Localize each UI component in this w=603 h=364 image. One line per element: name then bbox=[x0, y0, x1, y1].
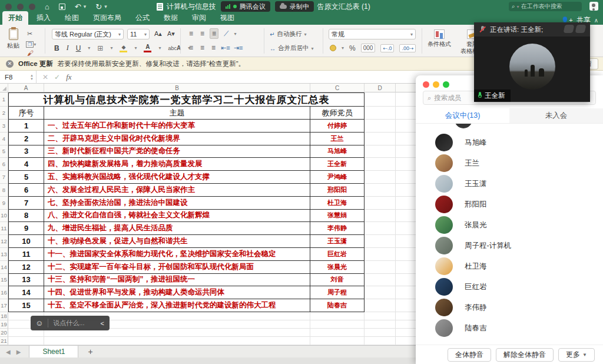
participant-row[interactable]: 巨红岩 bbox=[416, 276, 603, 297]
borders-button[interactable]: ⊞ bbox=[97, 44, 103, 52]
ribbon-tab-7[interactable]: 视图 bbox=[214, 11, 240, 25]
font-size-select[interactable]: 11▾ bbox=[127, 29, 150, 39]
close-panel-button[interactable] bbox=[423, 81, 429, 88]
table-row-topic[interactable]: 四、加快构建新发展格局，着力推动高质量发展 bbox=[44, 158, 310, 171]
close-window-button[interactable] bbox=[5, 4, 12, 10]
table-row-number[interactable]: 10 bbox=[8, 235, 44, 248]
panel-tab-0[interactable]: 会议中(13) bbox=[416, 108, 509, 123]
minimize-window-button[interactable] bbox=[17, 4, 24, 10]
ribbon-tab-4[interactable]: 公式 bbox=[130, 11, 155, 25]
ribbon-tab-3[interactable]: 页面布局 bbox=[87, 11, 127, 25]
meeting-status-pill[interactable]: 腾讯会议 bbox=[221, 1, 270, 12]
align-middle-button[interactable]: ≡ bbox=[198, 29, 206, 38]
table-row-teacher[interactable]: 杜卫海 bbox=[310, 197, 365, 210]
table-row-number[interactable]: 4 bbox=[8, 158, 44, 171]
table-row-number[interactable]: 11 bbox=[8, 248, 44, 261]
table-row-topic[interactable]: 十、推动绿色发展，促进人与自然和谐共生 bbox=[44, 235, 310, 248]
empty-cell[interactable] bbox=[365, 158, 396, 171]
table-row-teacher[interactable]: 李伟静 bbox=[310, 222, 365, 235]
table-row-number[interactable]: 14 bbox=[8, 286, 44, 299]
table-row-topic[interactable]: 十三、坚持和完善“一国两制”，推进祖国统一 bbox=[44, 274, 310, 287]
row-header[interactable]: 5 bbox=[0, 145, 8, 158]
participant-row[interactable]: 张晨光 bbox=[416, 214, 603, 236]
underline-button[interactable]: U bbox=[76, 44, 81, 52]
participant-row[interactable]: 李伟静 bbox=[416, 297, 603, 318]
row-header[interactable]: 4 bbox=[0, 133, 8, 145]
table-row-number[interactable]: 2 bbox=[8, 133, 44, 145]
next-sheet-icon[interactable]: ▶ bbox=[16, 349, 21, 355]
panel-tab-1[interactable]: 未入会 bbox=[509, 108, 603, 123]
number-format-select[interactable]: 常规▾ bbox=[329, 29, 416, 39]
table-row-teacher[interactable]: 邢阳阳 bbox=[310, 184, 365, 197]
redo-icon[interactable]: ↻ bbox=[95, 2, 102, 11]
column-header-D[interactable]: D bbox=[365, 84, 396, 92]
table-row-number[interactable]: 9 bbox=[8, 222, 44, 235]
table-row-number[interactable]: 5 bbox=[8, 171, 44, 184]
table-row-number[interactable]: 1 bbox=[8, 120, 44, 133]
row-header[interactable]: 1 bbox=[0, 92, 8, 107]
align-bottom-button[interactable]: ≡ bbox=[210, 28, 218, 39]
ribbon-tab-0[interactable]: 开始 bbox=[2, 11, 28, 25]
ribbon-tab-1[interactable]: 插入 bbox=[31, 11, 57, 25]
empty-cell[interactable] bbox=[365, 222, 396, 235]
table-row-teacher[interactable]: 张晨光 bbox=[310, 261, 365, 274]
row-header[interactable]: 7 bbox=[0, 171, 8, 184]
column-title-1[interactable]: 主题 bbox=[44, 107, 310, 120]
currency-format-button[interactable] bbox=[330, 45, 336, 51]
currency-dropdown-icon[interactable]: ▾ bbox=[342, 45, 344, 51]
row-header[interactable]: 11 bbox=[0, 222, 8, 235]
row-header[interactable]: 8 bbox=[0, 184, 8, 197]
shrink-font-button[interactable]: A▾ bbox=[167, 30, 175, 38]
row-header[interactable]: 15 bbox=[0, 274, 8, 287]
participant-row[interactable]: 周子程-计算机 bbox=[416, 235, 603, 256]
row-header[interactable]: 6 bbox=[0, 158, 8, 171]
italic-button[interactable]: I bbox=[67, 44, 69, 52]
empty-cell[interactable] bbox=[365, 248, 396, 261]
row-header[interactable]: 12 bbox=[0, 235, 8, 248]
empty-cell[interactable] bbox=[8, 337, 44, 345]
table-row-teacher[interactable]: 张慧娟 bbox=[310, 210, 365, 223]
borders-dropdown-icon[interactable]: ▾ bbox=[110, 45, 112, 51]
name-box-stepper[interactable]: ▲▼ bbox=[30, 74, 34, 81]
underline-dropdown-icon[interactable]: ▾ bbox=[88, 45, 90, 51]
empty-cell[interactable] bbox=[365, 261, 396, 274]
table-row-teacher[interactable]: 付婷婷 bbox=[310, 120, 365, 133]
more-button[interactable]: 更多▼ bbox=[558, 348, 595, 362]
empty-cell[interactable] bbox=[365, 235, 396, 248]
toolbar-dropdown-icon[interactable]: ▾ bbox=[104, 4, 107, 9]
table-row-teacher[interactable]: 周子程 bbox=[310, 286, 365, 299]
participant-row[interactable]: 杜卫海 bbox=[416, 256, 603, 277]
participant-list[interactable]: 马旭峰王兰王玉潇邢阳阳张晨光周子程-计算机杜卫海巨红岩李伟静陆春吉 bbox=[416, 124, 603, 345]
fill-color-dropdown-icon[interactable]: ▾ bbox=[134, 45, 137, 51]
table-row-number[interactable]: 3 bbox=[8, 145, 44, 158]
comma-format-button[interactable]: 000 bbox=[361, 44, 376, 52]
row-header[interactable]: 10 bbox=[0, 210, 8, 223]
table-row-teacher[interactable]: 王玉潇 bbox=[310, 235, 365, 248]
workbook-search-input[interactable]: ⌕ ▾ 在工作表中搜索 bbox=[509, 2, 582, 11]
recording-status-pill[interactable]: 录制中 bbox=[275, 1, 314, 12]
collapse-chat-icon[interactable]: < bbox=[101, 320, 104, 327]
align-right-button[interactable]: ≡ bbox=[210, 43, 217, 52]
table-row-topic[interactable]: 十一、推进国家安全体系和能力现代化，坚决维护国家安全和社会稳定 bbox=[44, 248, 310, 261]
minimize-panel-button[interactable] bbox=[433, 81, 439, 88]
table-row-teacher[interactable]: 王兰 bbox=[310, 133, 365, 145]
fill-color-button[interactable]: ◆ bbox=[120, 44, 127, 52]
table-row-number[interactable]: 13 bbox=[8, 274, 44, 287]
empty-cell[interactable] bbox=[310, 337, 365, 345]
font-color-button[interactable]: A bbox=[144, 44, 151, 52]
table-row-topic[interactable]: 八、推进文化自信自强，铸就社会主义文化新辉煌 bbox=[44, 210, 310, 223]
empty-cell[interactable] bbox=[365, 337, 396, 345]
close-banner-icon[interactable]: ✕ bbox=[6, 60, 14, 68]
empty-cell[interactable] bbox=[365, 120, 396, 133]
empty-cell[interactable] bbox=[310, 329, 365, 337]
meeting-video-window[interactable]: 正在讲话: 王全新; 王全新 bbox=[474, 22, 590, 102]
table-row-topic[interactable]: 二、开辟马克思主义中国化时代化新境界 bbox=[44, 133, 310, 145]
paste-button[interactable]: 粘贴 bbox=[7, 28, 19, 50]
empty-cell[interactable] bbox=[310, 312, 365, 320]
row-header[interactable]: 14 bbox=[0, 261, 8, 274]
row-header[interactable]: 18 bbox=[0, 312, 8, 320]
share-sheet-icon[interactable] bbox=[589, 2, 598, 11]
clear-format-button[interactable]: abcA bbox=[168, 45, 181, 51]
bold-button[interactable]: B bbox=[54, 44, 59, 52]
table-row-number[interactable]: 8 bbox=[8, 210, 44, 223]
